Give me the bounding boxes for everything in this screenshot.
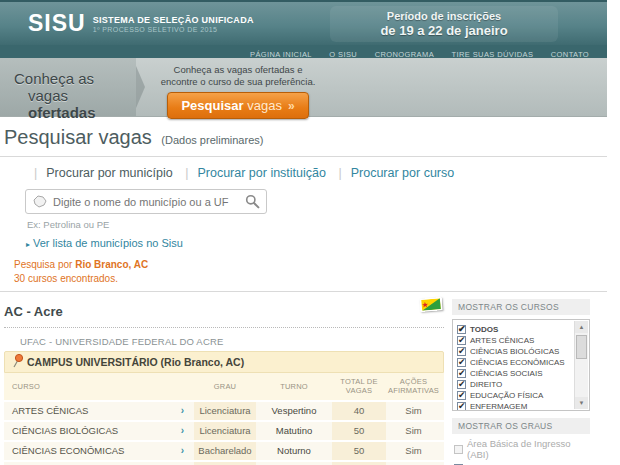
course-degree: Licenciatura <box>194 402 256 420</box>
checkbox-icon <box>457 380 466 389</box>
search-icon[interactable] <box>245 194 260 209</box>
search-tab[interactable]: Procurar por instituição <box>176 166 326 180</box>
double-chevron-icon: » <box>288 99 295 113</box>
column-header-acoes: AÇÕES AFIRMATIVAS <box>386 377 441 396</box>
column-header-grau: GRAU <box>194 382 256 391</box>
course-filter-checkbox[interactable]: CIÊNCIAS ECONÔMICAS <box>457 358 571 367</box>
campus-header: CAMPUS UNIVERSITÁRIO (Rio Branco, AC) <box>4 351 444 373</box>
banner-title: Conheça as vagas ofertadas <box>0 58 136 116</box>
promo-banner: Conheça as vagas ofertadas Conheça as va… <box>0 58 607 117</box>
search-result-value: Rio Branco, AC <box>75 259 148 270</box>
municipality-search-box <box>25 189 267 214</box>
chevron-right-icon: › <box>181 425 184 436</box>
course-affirmative: Sim <box>386 422 441 440</box>
page-title: Pesquisar vagas <box>4 126 152 148</box>
course-name: CIÊNCIAS ECONÔMICAS <box>12 445 124 456</box>
acre-flag-icon <box>419 297 442 312</box>
scrollbar-thumb[interactable] <box>576 335 587 359</box>
course-filter-checkbox[interactable]: CIÊNCIAS BIOLÓGICAS <box>457 347 571 356</box>
banner-arrow-shape <box>136 66 145 108</box>
sisu-logo: SISU SISTEMA DE SELEÇÃO UNIFICADA 1º PRO… <box>28 12 254 34</box>
search-tabs: Procurar por município Procurar por inst… <box>25 166 607 180</box>
checkbox-icon <box>457 325 466 334</box>
page-subtitle: (Dados preliminares) <box>161 134 263 146</box>
scroll-down-icon[interactable]: ▼ <box>575 397 588 409</box>
state-heading: AC - Acre <box>4 304 63 319</box>
column-header-turno: TURNO <box>256 382 332 391</box>
triangle-bullet-icon: ▸ <box>26 240 30 249</box>
checkbox-icon <box>457 369 466 378</box>
period-line1: Período de inscrições <box>330 10 558 22</box>
results-panel: AC - Acre UFAC - UNIVERSIDADE FEDERAL DO… <box>4 299 444 465</box>
course-row[interactable]: CIÊNCIAS BIOLÓGICAS › Licenciatura Matut… <box>4 422 444 440</box>
course-filter-checkbox[interactable]: CIÊNCIAS SOCIAIS <box>457 369 571 378</box>
divider <box>0 291 607 292</box>
degree-filter-checkbox[interactable]: Área Básica de Ingresso (ABI) <box>454 438 590 460</box>
institution-name: UFAC - UNIVERSIDADE FEDERAL DO ACRE <box>20 336 444 347</box>
map-pin-icon <box>10 353 24 369</box>
course-affirmative: Sim <box>386 402 441 420</box>
column-header-curso: CURSO <box>4 382 194 391</box>
logo-subtitle: SISTEMA DE SELEÇÃO UNIFICADA <box>93 15 254 25</box>
course-filter-checkbox[interactable]: EDUCAÇÃO FÍSICA <box>457 391 571 400</box>
course-shift: Noturno <box>256 442 332 460</box>
chevron-right-icon: › <box>181 445 184 456</box>
logo-edition: 1º PROCESSO SELETIVO DE 2015 <box>93 26 254 33</box>
list-scrollbar[interactable]: ▲ ▼ <box>574 321 588 409</box>
page: SISU SISTEMA DE SELEÇÃO UNIFICADA 1º PRO… <box>0 0 607 465</box>
checkbox-icon <box>457 402 466 411</box>
course-vacancies: 50 <box>332 422 386 440</box>
column-header-vagas: TOTAL DE VAGAS <box>332 377 386 396</box>
brazil-map-icon <box>32 195 48 209</box>
course-degree: Bacharelado <box>194 442 256 460</box>
course-row[interactable]: ARTES CÊNICAS › Licenciatura Vespertino … <box>4 402 444 420</box>
checkbox-icon <box>457 391 466 400</box>
search-result-count: 30 cursos encontrados. <box>14 273 607 284</box>
course-affirmative: Sim <box>386 442 441 460</box>
course-degree: Licenciatura <box>194 422 256 440</box>
search-hint: Ex: Petrolina ou PE <box>27 219 607 230</box>
logo-text: SISU <box>28 12 86 34</box>
course-filter-checkbox[interactable]: ARTES CÊNICAS <box>457 336 571 345</box>
filter-degrees-title: MOSTRAR OS GRAUS <box>452 418 590 434</box>
course-filter-checkbox[interactable]: DIREITO <box>457 380 571 389</box>
filters-sidebar: MOSTRAR OS CURSOS ▲ ▼ TODOS <box>452 299 590 465</box>
search-tab[interactable]: Procurar por curso <box>329 166 454 180</box>
checkbox-icon <box>457 336 466 345</box>
period-line2: de 19 a 22 de janeiro <box>330 23 558 38</box>
course-filter-checkbox[interactable]: TODOS <box>457 325 571 334</box>
scroll-up-icon[interactable]: ▲ <box>575 321 588 333</box>
course-table: ARTES CÊNICAS › Licenciatura Vespertino … <box>4 402 444 465</box>
course-row[interactable]: CIÊNCIAS ECONÔMICAS › Bacharelado Noturn… <box>4 442 444 460</box>
course-vacancies: 50 <box>332 442 386 460</box>
chevron-right-icon: › <box>181 405 184 416</box>
divider <box>0 156 607 157</box>
course-name: ARTES CÊNICAS <box>12 405 88 416</box>
site-header: SISU SISTEMA DE SELEÇÃO UNIFICADA 1º PRO… <box>0 0 607 45</box>
course-name: CIÊNCIAS BIOLÓGICAS <box>12 425 118 436</box>
search-result-label: Pesquisa por Rio Branco, AC <box>14 259 607 270</box>
search-input[interactable] <box>53 196 245 208</box>
enrollment-period-banner: Período de inscrições de 19 a 22 de jane… <box>330 6 558 42</box>
search-tab[interactable]: Procurar por município <box>25 166 173 180</box>
course-vacancies: 40 <box>332 402 386 420</box>
degree-filter-list: Área Básica de Ingresso (ABI) Bacharelad… <box>454 438 590 465</box>
course-filter-list: ▲ ▼ TODOS ARTES CÊNICAS <box>452 319 590 411</box>
course-shift: Vespertino <box>256 402 332 420</box>
table-header-row: CURSO GRAU TURNO TOTAL DE VAGAS AÇÕES AF… <box>4 373 444 400</box>
checkbox-icon <box>457 358 466 367</box>
checkbox-icon <box>454 445 463 454</box>
course-filter-checkbox[interactable]: ENFERMAGEM <box>457 402 571 411</box>
pesquisar-vagas-button[interactable]: Pesquisar vagas» <box>167 92 308 119</box>
course-shift: Matutino <box>256 422 332 440</box>
filter-courses-title: MOSTRAR OS CURSOS <box>452 299 590 315</box>
top-nav: PÁGINA INICIAL O SISU CRONOGRAMA TIRE SU… <box>0 45 607 58</box>
banner-description: Conheça as vagas ofertadas e encontre o … <box>152 64 324 88</box>
municipality-list-link[interactable]: ▸Ver lista de municípios no Sisu <box>26 237 607 249</box>
checkbox-icon <box>457 347 466 356</box>
